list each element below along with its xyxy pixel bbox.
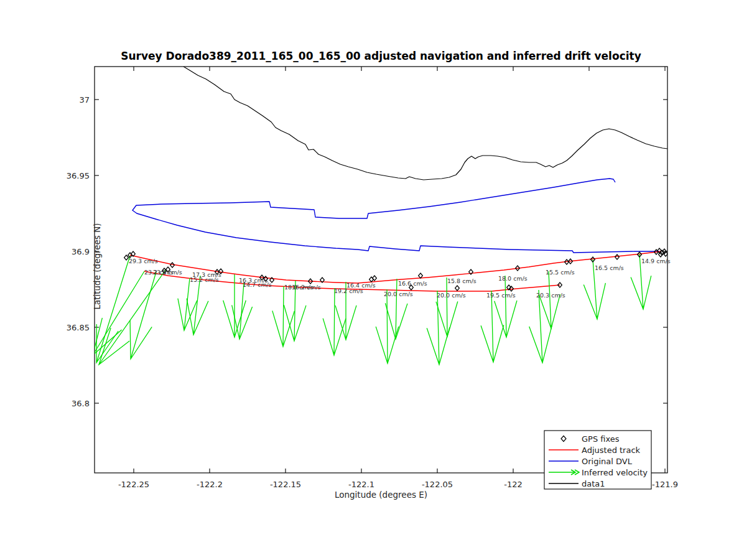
velocity-arrow: [436, 278, 458, 337]
legend-item-label: Original DVL: [582, 457, 633, 466]
velocity-label: 16.6 cm/s: [398, 280, 427, 287]
velocity-arrow: [272, 286, 295, 347]
velocity-arrow: [495, 276, 517, 337]
velocity-label: 29.3 cm/s: [129, 258, 158, 264]
velocity-label: 20.0 cm/s: [437, 292, 466, 299]
legend-item-label: GPS fixes: [582, 434, 620, 444]
velocity-label: 18.0 cm/s: [498, 275, 528, 282]
x-tick-label: -121.9: [652, 480, 678, 489]
chart-title: Survey Dorado389_2011_165_00_165_00 adju…: [95, 50, 667, 62]
velocity-arrow: [323, 288, 346, 355]
velocity-label: 19.5 cm/s: [486, 292, 516, 299]
velocity-label: 15.8 cm/s: [447, 278, 476, 284]
y-tick-label: 36.85: [67, 323, 90, 332]
velocity-arrow: [187, 276, 208, 335]
legend-item-label: Inferred velocity: [582, 468, 648, 477]
velocity-label: 19.2 cm/s: [334, 287, 363, 294]
velocity-arrow: [481, 291, 504, 362]
velocity-arrow: [539, 271, 560, 329]
velocity-label: 15.5 cm/s: [546, 269, 575, 276]
y-tick-label: 37: [79, 95, 90, 105]
x-tick-label: -122.15: [270, 480, 301, 489]
y-tick-label: 36.8: [72, 399, 90, 408]
x-tick-label: -122.1: [348, 480, 374, 489]
velocity-arrow: [427, 291, 450, 365]
figure: -122.25-122.2-122.15-122.1-122.05-122-12…: [0, 0, 739, 560]
plot-svg: -122.25-122.2-122.15-122.1-122.05-122-12…: [0, 0, 739, 560]
x-tick-label: -122.05: [422, 480, 453, 489]
y-tick-label: 36.9: [72, 247, 90, 256]
coastline-line: [184, 67, 667, 180]
velocity-label: 23.5 cm/s: [153, 269, 182, 276]
velocity-arrow: [529, 290, 552, 363]
velocity-label: 16.2 cm/s: [292, 284, 321, 291]
velocity-arrow: [385, 279, 407, 339]
y-axis-label: Latitude (degrees N): [92, 204, 102, 329]
x-tick-label: -122: [504, 480, 523, 489]
velocity-arrow: [99, 270, 165, 365]
velocity-label: 14.9 cm/s: [641, 258, 671, 264]
gps-fix-diamond: [124, 255, 129, 260]
gps-fix-diamond: [455, 286, 460, 291]
original-dvl-line: [132, 179, 659, 253]
y-tick-label: 36.95: [67, 171, 90, 180]
velocity-label: 20.0 cm/s: [384, 291, 413, 297]
x-tick-label: -122.2: [197, 480, 223, 489]
x-axis-label: Longitude (degrees E): [95, 490, 667, 500]
velocity-arrow: [376, 289, 399, 363]
gps-fix-diamond: [419, 273, 423, 278]
gps-fix-diamond: [615, 254, 620, 259]
data-layers: [93, 67, 667, 365]
legend-item-label: Adjusted track: [582, 446, 641, 455]
legend-item-label: data1: [582, 479, 605, 488]
legend: GPS fixesAdjusted trackOriginal DVLInfer…: [544, 431, 651, 489]
x-tick-label: -122.25: [118, 480, 149, 489]
velocity-label: 15.2 cm/s: [190, 276, 219, 283]
velocity-label: 16.5 cm/s: [595, 264, 624, 271]
velocity-label: 20.3 cm/s: [536, 292, 565, 299]
velocity-label: 14.7 cm/s: [243, 281, 272, 288]
velocity-labels: 29.3 cm/s23.2 cm/s23.5 cm/s17.3 cm/s15.2…: [129, 258, 671, 299]
